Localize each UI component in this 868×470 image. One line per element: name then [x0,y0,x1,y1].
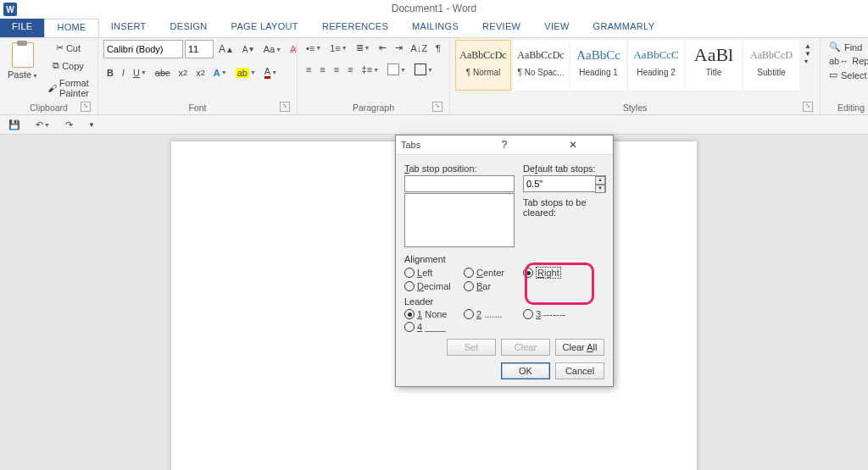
group-clipboard-label: Clipboard⤡ [5,102,92,113]
text-effects-button[interactable]: A▼ [210,65,231,80]
grow-font-button[interactable]: A▲ [215,41,237,58]
paragraph-launcher[interactable]: ⤡ [432,102,442,112]
dialog-close-button[interactable]: ✕ [539,139,608,151]
select-button[interactable]: ▭Select▼ [826,68,868,82]
format-painter-button[interactable]: 🖌 Format Painter [44,75,92,101]
font-launcher[interactable]: ⤡ [280,102,290,112]
change-case-button[interactable]: Aa▼ [260,41,285,57]
clear-all-button[interactable]: Clear All [555,339,604,356]
alignment-decimal-radio[interactable]: Decimal [404,281,464,291]
scissors-icon: ✂ [56,42,64,53]
dialog-title: Tabs [401,140,470,150]
leader-3-radio[interactable]: 3 ------- [523,309,582,319]
titlebar: W Document1 - Word [0,0,868,19]
tab-references[interactable]: REFERENCES [310,19,400,37]
copy-icon: ⧉ [53,60,59,71]
tab-stop-position-label: TTab stop position:ab stop position: [404,163,515,174]
tab-page-layout[interactable]: PAGE LAYOUT [220,19,310,37]
font-color-button[interactable]: A▼ [261,64,281,81]
brush-icon: 🖌 [47,83,57,93]
borders-button[interactable]: ▼ [411,61,437,78]
tab-stop-position-input[interactable] [404,175,515,192]
tab-mailings[interactable]: MAILINGS [400,19,470,37]
align-left-button[interactable]: ≡ [303,62,314,77]
decrease-indent-button[interactable]: ⇤ [376,40,390,56]
clipboard-launcher[interactable]: ⤡ [81,102,91,112]
clear-button[interactable]: Clear [501,339,550,356]
tab-insert[interactable]: INSERT [99,19,159,37]
align-center-button[interactable]: ≡ [316,62,328,77]
tab-view[interactable]: VIEW [532,19,581,37]
find-button[interactable]: 🔍Find▼ [826,40,868,54]
subscript-button[interactable]: x2 [175,65,192,80]
shading-button[interactable]: ▼ [384,61,409,78]
strikethrough-button[interactable]: abc [152,65,174,80]
bold-button[interactable]: B [103,65,117,80]
default-tab-stops-input[interactable] [523,175,606,192]
copy-button[interactable]: ⧉ Copy [44,58,92,74]
leader-2-radio[interactable]: 2 ....... [464,309,523,319]
style-nospac[interactable]: AaBbCcDc¶ No Spac... [513,40,569,91]
group-styles-label: Styles⤡ [455,102,815,113]
italic-button[interactable]: I [119,65,128,80]
select-icon: ▭ [829,69,837,80]
cancel-button[interactable]: Cancel [555,362,604,379]
customize-qat-button[interactable]: ▼ [85,119,98,131]
alignment-right-radio[interactable]: Right [523,267,582,279]
font-size-select[interactable] [185,40,214,58]
style-heading1[interactable]: AaBbCcHeading 1 [570,40,626,91]
justify-button[interactable]: ≡ [344,62,356,77]
tab-review[interactable]: REVIEW [470,19,532,37]
redo-button[interactable]: ↷ [62,117,76,133]
align-right-button[interactable]: ≡ [331,62,342,77]
alignment-bar-radio[interactable]: Bar [464,281,523,291]
tabs-dialog: Tabs ? ✕ TTab stop position:ab stop posi… [395,135,614,387]
set-button[interactable]: Set [447,339,496,356]
replace-button[interactable]: ab↔Replace [826,54,868,68]
paste-button[interactable]: Paste▼ [5,40,41,82]
group-paragraph-label: Paragraph⤡ [303,102,444,113]
alignment-left-radio[interactable]: Left [404,267,464,279]
tab-home[interactable]: HOME [44,19,98,37]
save-button[interactable]: 💾 [5,117,24,133]
leader-4-radio[interactable]: 4 ____ [404,322,464,332]
style-title[interactable]: AaBlTitle [686,40,742,91]
leader-1-radio[interactable]: 1 None [404,309,464,319]
font-family-select[interactable] [103,40,183,58]
find-icon: 🔍 [829,41,841,53]
ribbon: Paste▼ ✂ Cut ⧉ Copy 🖌 Format Painter Cli… [0,38,868,115]
line-spacing-button[interactable]: ‡≡▼ [359,62,382,77]
undo-button[interactable]: ↶▼ [32,117,53,133]
alignment-group-label: Alignment [404,254,604,264]
leader-group-label: Leader [404,296,604,307]
spin-down-button[interactable]: ▼ [595,185,605,193]
group-editing-label: Editing [826,102,868,113]
styles-launcher[interactable]: ⤡ [803,102,813,112]
to-be-cleared-label: Tab stops to be cleared: [523,197,606,218]
sort-button[interactable]: A↓Z [408,41,431,56]
default-tab-stops-label: Default tab stops: [523,163,606,174]
dialog-help-button[interactable]: ? [470,139,538,151]
spin-up-button[interactable]: ▲ [595,176,605,185]
document-title: Document1 - Word [392,3,476,14]
underline-button[interactable]: U▼ [130,65,150,80]
alignment-center-radio[interactable]: Center [464,267,523,279]
tab-stop-list[interactable] [404,193,515,247]
multilevel-button[interactable]: ≣▼ [353,40,374,56]
increase-indent-button[interactable]: ⇥ [392,40,406,56]
style-heading2[interactable]: AaBbCcCHeading 2 [628,40,684,91]
tab-file[interactable]: FILE [0,19,44,37]
numbering-button[interactable]: 1≡▼ [326,41,350,56]
tab-grammarly[interactable]: GRAMMARLY [581,19,667,37]
style-subtitle[interactable]: AaBbCcDSubtitle [743,40,799,91]
style-normal[interactable]: AaBbCcDc¶ Normal [455,40,511,91]
cut-button[interactable]: ✂ Cut [44,40,92,56]
superscript-button[interactable]: x2 [192,65,209,80]
shrink-font-button[interactable]: A▼ [239,42,259,57]
highlight-button[interactable]: ab▼ [232,65,259,80]
ok-button[interactable]: OK [501,362,550,379]
styles-more-button[interactable]: ▲▼▾ [801,40,815,68]
show-marks-button[interactable]: ¶ [432,41,444,56]
tab-design[interactable]: DESIGN [159,19,220,37]
bullets-button[interactable]: •≡▼ [303,41,325,56]
